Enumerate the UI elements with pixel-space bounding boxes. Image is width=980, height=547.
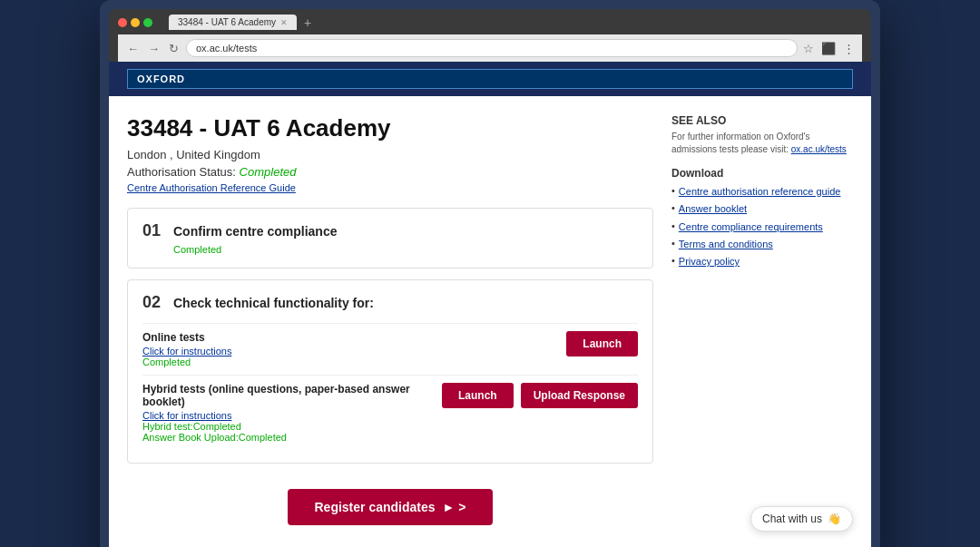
hybrid-tests-name: Hybrid tests (online questions, paper-ba…: [142, 383, 442, 408]
oxford-header: OXFORD: [109, 62, 871, 96]
tab-close-icon[interactable]: ✕: [280, 18, 288, 27]
chat-widget[interactable]: Chat with us 👋: [750, 506, 853, 532]
download-link-4[interactable]: Terms and conditions: [679, 238, 773, 250]
online-tests-name: Online tests: [142, 331, 566, 344]
see-also-link[interactable]: ox.ac.uk/tests: [791, 144, 847, 154]
refresh-button[interactable]: ↻: [167, 42, 181, 55]
see-also-description: For further information on Oxford's admi…: [671, 132, 810, 154]
download-link-3[interactable]: Centre compliance requirements: [679, 220, 823, 233]
download-title: Download: [671, 167, 853, 180]
browser-content: OXFORD 33484 - UAT 6 Academy London , Un…: [109, 62, 871, 547]
online-tests-actions: Launch: [566, 331, 638, 357]
bookmark-icon[interactable]: ☆: [803, 42, 814, 55]
page-location: London , United Kingdom: [127, 148, 653, 161]
oxford-logo: OXFORD: [127, 69, 853, 89]
auth-status: Authorisation Status: Completed: [127, 165, 653, 179]
title-bar: 33484 - UAT 6 Academy ✕ +: [118, 15, 862, 30]
arrow-icon: ► >: [443, 500, 466, 514]
maximize-btn[interactable]: [143, 18, 152, 27]
step-01-status: Completed: [173, 244, 638, 255]
tab-bar: 33484 - UAT 6 Academy ✕ +: [169, 15, 862, 30]
download-link-2[interactable]: Answer booklet: [679, 202, 747, 215]
step-02-card: 02 Check technical functionality for: On…: [127, 279, 653, 464]
step-02-number: 02: [142, 293, 164, 312]
step-02-body: Online tests Click for instructions Comp…: [142, 316, 638, 450]
minimize-btn[interactable]: [131, 18, 140, 27]
toolbar-icons: ☆ ⬛ ⋮: [803, 42, 855, 55]
browser-chrome: 33484 - UAT 6 Academy ✕ + ← → ↻ ox.ac.uk…: [109, 9, 871, 62]
chat-label: Chat with us: [762, 513, 822, 525]
hybrid-test-status2: Answer Book Upload:Completed: [142, 432, 442, 443]
new-tab-button[interactable]: +: [300, 15, 315, 30]
online-tests-launch-button[interactable]: Launch: [566, 331, 638, 357]
sidebar-links: Centre authorisation reference guide Ans…: [671, 185, 853, 268]
step-01-header: 01 Confirm centre compliance: [142, 221, 638, 240]
list-item: Answer booklet: [671, 202, 853, 215]
hybrid-tests-row: Hybrid tests (online questions, paper-ba…: [142, 375, 638, 450]
online-tests-instructions-link[interactable]: Click for instructions: [142, 346, 566, 357]
hybrid-tests-upload-button[interactable]: Upload Response: [521, 383, 638, 408]
download-link-5[interactable]: Privacy policy: [679, 255, 740, 268]
menu-icon[interactable]: ⋮: [843, 42, 855, 55]
step-02-title: Check technical functionality for:: [173, 296, 374, 310]
main-content: 33484 - UAT 6 Academy London , United Ki…: [109, 96, 871, 547]
auth-label: Authorisation Status:: [127, 165, 236, 179]
download-link-1[interactable]: Centre authorisation reference guide: [679, 185, 841, 198]
close-btn[interactable]: [118, 18, 127, 27]
step-01-card: 01 Confirm centre compliance Completed: [127, 208, 653, 269]
active-tab[interactable]: 33484 - UAT 6 Academy ✕: [169, 15, 297, 30]
list-item: Centre authorisation reference guide: [671, 185, 853, 198]
hybrid-test-status1: Hybrid test:Completed: [142, 421, 442, 432]
register-btn-wrapper: Register candidates ► >: [127, 474, 653, 532]
online-tests-row: Online tests Click for instructions Comp…: [142, 323, 638, 375]
list-item: Centre compliance requirements: [671, 220, 853, 233]
browser-toolbar: ← → ↻ ox.ac.uk/tests ☆ ⬛ ⋮: [118, 34, 862, 62]
hybrid-tests-info: Hybrid tests (online questions, paper-ba…: [142, 383, 442, 443]
online-tests-status: Completed: [142, 357, 566, 367]
address-text: ox.ac.uk/tests: [196, 43, 257, 54]
hybrid-tests-instructions-link[interactable]: Click for instructions: [142, 410, 442, 421]
see-also-title: SEE ALSO: [671, 114, 853, 127]
list-item: Privacy policy: [671, 255, 853, 268]
wave-icon: 👋: [828, 513, 841, 525]
extension-icon[interactable]: ⬛: [821, 42, 836, 55]
window-controls: [118, 18, 152, 27]
address-bar[interactable]: ox.ac.uk/tests: [186, 39, 798, 57]
see-also-desc: For further information on Oxford's admi…: [671, 131, 853, 156]
page-title: 33484 - UAT 6 Academy: [127, 114, 653, 142]
tab-label: 33484 - UAT 6 Academy: [178, 17, 276, 27]
hybrid-tests-launch-button[interactable]: Launch: [442, 383, 514, 408]
right-sidebar: SEE ALSO For further information on Oxfo…: [671, 114, 853, 532]
back-button[interactable]: ←: [125, 42, 141, 55]
left-content: 33484 - UAT 6 Academy London , United Ki…: [127, 114, 653, 532]
step-01-number: 01: [142, 221, 164, 240]
hybrid-tests-actions: Launch Upload Response: [442, 383, 638, 408]
auth-ref-link[interactable]: Centre Authorisation Reference Guide: [127, 182, 653, 193]
register-candidates-button[interactable]: Register candidates ► >: [288, 489, 494, 525]
step-02-header: 02 Check technical functionality for:: [142, 293, 638, 312]
forward-button[interactable]: →: [146, 42, 162, 55]
list-item: Terms and conditions: [671, 238, 853, 250]
step-01-title: Confirm centre compliance: [173, 224, 338, 239]
auth-status-value: Completed: [240, 165, 297, 179]
online-tests-info: Online tests Click for instructions Comp…: [142, 331, 566, 367]
register-candidates-label: Register candidates: [315, 500, 436, 514]
